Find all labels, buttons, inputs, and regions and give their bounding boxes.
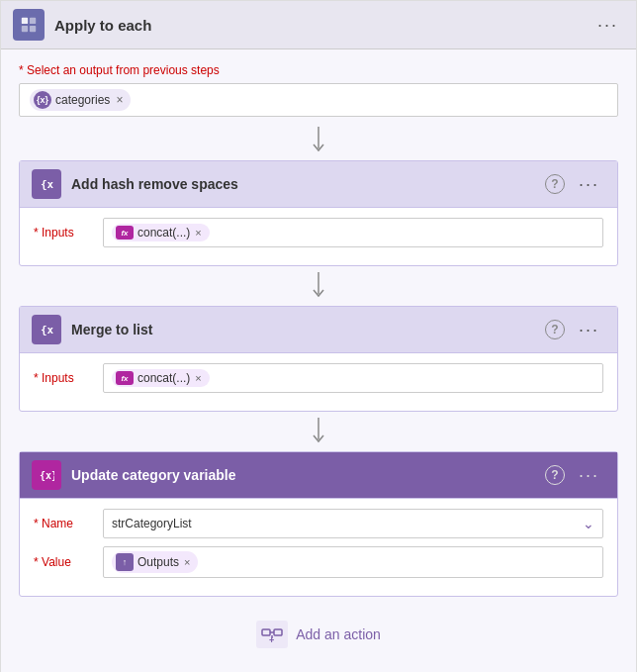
arrow-3 bbox=[19, 418, 618, 445]
add-action-container: + Add an action bbox=[19, 601, 618, 658]
block-add-hash: {x} Add hash remove spaces ? ··· Inputs … bbox=[19, 160, 618, 266]
apply-title: Apply to each bbox=[54, 17, 592, 34]
concat-chip-2-icon: fx bbox=[116, 371, 134, 385]
svg-rect-11 bbox=[274, 629, 282, 635]
dropdown-caret-icon: ⌄ bbox=[583, 516, 594, 531]
block-merge-list-help[interactable]: ? bbox=[545, 320, 565, 339]
block-add-hash-field-row: Inputs fx concat(...) × bbox=[34, 218, 603, 247]
categories-tag-icon: {x} bbox=[34, 91, 51, 109]
apply-icon bbox=[13, 9, 45, 41]
block-update-variable-controls: ? ··· bbox=[545, 463, 605, 488]
svg-text:+: + bbox=[269, 635, 274, 644]
svg-rect-3 bbox=[30, 26, 36, 32]
block-add-hash-help[interactable]: ? bbox=[545, 174, 565, 194]
outputs-chip-text: Outputs bbox=[137, 555, 179, 569]
block-update-variable-header: {x} Update category variable ? ··· bbox=[20, 452, 617, 499]
svg-rect-1 bbox=[30, 18, 36, 24]
add-action-icon: + bbox=[256, 621, 288, 648]
outputs-chip-icon: ↑ bbox=[116, 553, 134, 571]
block-update-variable-help[interactable]: ? bbox=[545, 465, 565, 485]
concat-chip-2-text: concat(...) bbox=[137, 371, 190, 385]
block-update-variable-icon: {x} bbox=[32, 460, 61, 490]
block-merge-list-body: Inputs fx concat(...) × bbox=[20, 353, 617, 411]
select-output-label: * Select an output from previous steps bbox=[19, 63, 618, 77]
categories-tag-close[interactable]: × bbox=[116, 93, 123, 107]
concat-chip-2-close[interactable]: × bbox=[195, 372, 201, 384]
concat-chip-2: fx concat(...) × bbox=[112, 369, 210, 387]
apply-to-each-header: Apply to each ··· bbox=[1, 1, 636, 49]
concat-chip-1: fx concat(...) × bbox=[112, 224, 210, 241]
block-merge-list-controls: ? ··· bbox=[545, 318, 605, 342]
block-add-hash-title: Add hash remove spaces bbox=[71, 176, 545, 192]
block-merge-list-header: {x} Merge to list ? ··· bbox=[20, 307, 617, 353]
block-merge-list-icon: {x} bbox=[32, 315, 61, 344]
svg-rect-0 bbox=[22, 18, 28, 24]
block-merge-list-ellipsis[interactable]: ··· bbox=[573, 318, 605, 342]
outputs-chip-close[interactable]: × bbox=[184, 556, 190, 568]
arrow-2 bbox=[19, 272, 618, 300]
svg-text:{x}: {x} bbox=[41, 324, 54, 336]
block-merge-list: {x} Merge to list ? ··· Inputs fx bbox=[19, 306, 618, 412]
arrow-1 bbox=[19, 127, 618, 154]
block-update-value-label: Value bbox=[34, 555, 103, 569]
block-update-value-input[interactable]: ↑ Outputs × bbox=[103, 546, 603, 578]
block-update-variable: {x} Update category variable ? ··· Name … bbox=[19, 451, 618, 597]
block-update-variable-body: Name strCategoryList ⌄ Value ↑ Ou bbox=[20, 499, 617, 596]
block-add-hash-ellipsis[interactable]: ··· bbox=[573, 172, 605, 197]
outputs-chip: ↑ Outputs × bbox=[112, 551, 198, 573]
select-output-input[interactable]: {x} categories × bbox=[19, 83, 618, 117]
block-update-variable-ellipsis[interactable]: ··· bbox=[573, 463, 605, 488]
block-add-hash-body: Inputs fx concat(...) × bbox=[20, 208, 617, 265]
concat-chip-1-text: concat(...) bbox=[137, 226, 190, 240]
header-ellipsis-button[interactable]: ··· bbox=[592, 13, 624, 38]
block-merge-list-field-label: Inputs bbox=[34, 371, 103, 385]
categories-tag-text: categories bbox=[55, 93, 110, 107]
concat-chip-1-icon: fx bbox=[116, 226, 134, 240]
block-update-name-value: strCategoryList bbox=[112, 517, 192, 530]
block-update-value-row: Value ↑ Outputs × bbox=[34, 546, 603, 578]
svg-text:{x}: {x} bbox=[40, 470, 54, 481]
categories-tag: {x} categories × bbox=[30, 89, 131, 111]
svg-rect-2 bbox=[22, 26, 28, 32]
block-add-hash-field-input[interactable]: fx concat(...) × bbox=[103, 218, 603, 247]
block-update-name-label: Name bbox=[34, 517, 103, 530]
svg-text:{x}: {x} bbox=[41, 178, 54, 191]
block-add-hash-icon: {x} bbox=[32, 169, 61, 199]
block-update-name-dropdown[interactable]: strCategoryList ⌄ bbox=[103, 509, 603, 538]
block-add-hash-header: {x} Add hash remove spaces ? ··· bbox=[20, 161, 617, 208]
concat-chip-1-close[interactable]: × bbox=[195, 227, 201, 239]
add-action-label: Add an action bbox=[296, 626, 381, 642]
inner-content: * Select an output from previous steps {… bbox=[1, 49, 636, 672]
block-merge-list-field-row: Inputs fx concat(...) × bbox=[34, 363, 603, 393]
block-update-name-row: Name strCategoryList ⌄ bbox=[34, 509, 603, 538]
block-add-hash-controls: ? ··· bbox=[545, 172, 605, 197]
block-update-variable-title: Update category variable bbox=[71, 467, 545, 483]
block-add-hash-field-label: Inputs bbox=[34, 226, 103, 240]
add-action-button[interactable]: + Add an action bbox=[256, 621, 381, 648]
block-merge-list-field-input[interactable]: fx concat(...) × bbox=[103, 363, 603, 393]
main-container: Apply to each ··· * Select an output fro… bbox=[0, 0, 637, 672]
block-merge-list-title: Merge to list bbox=[71, 322, 545, 337]
